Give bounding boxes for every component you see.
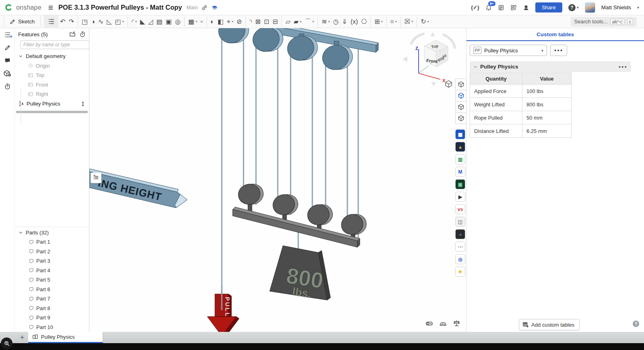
mate-connector-button[interactable]: ↻ ▾ [417,17,430,27]
ai-assistant-icon[interactable] [523,4,529,11]
bridging-curve-button[interactable]: ⌒ ▾ [303,17,316,27]
user-name[interactable]: Matt Shields [601,4,631,10]
panel-tab-display-states[interactable] [455,101,466,113]
shell-button[interactable]: ▣ [164,17,173,27]
main-viewport[interactable]: 800 lbs. PULL ING HEIGHT [89,28,466,332]
split-button[interactable]: ◧ [216,17,225,27]
redo-button[interactable]: ↷ [67,17,76,27]
boolean-button[interactable]: ◐ [206,17,216,27]
import-button[interactable]: ⇓ [340,17,349,27]
tables-button[interactable]: ☒ ▾ [400,17,415,27]
variables-button[interactable]: (x) [349,17,360,27]
chevron-down-icon[interactable] [473,64,478,69]
section-options-icon[interactable]: ●●● [619,65,627,69]
delete-face-button[interactable]: ⊠ [254,17,262,27]
app-icon-vs[interactable]: vs [455,204,465,214]
view-cube[interactable]: Top Front Right Z X Y [402,32,455,86]
panel-help-icon[interactable]: ? [633,321,639,327]
part-item[interactable]: Part 3 [15,256,89,266]
sweep-button[interactable]: ∿ [97,17,105,27]
extrude-button[interactable]: ◳ [78,17,89,27]
loft-button[interactable]: ◺ [105,17,113,27]
chamfer-button[interactable]: ◣ [138,17,147,27]
app-icon-chat[interactable]: ⋯ [455,242,465,252]
table-row[interactable]: Weight Lifted 800 lbs [470,98,571,111]
revolve-button[interactable]: ◑ [89,17,97,27]
chevron-down-icon[interactable] [18,230,23,235]
app-icon-map-pin[interactable]: ◎ [455,254,465,264]
stopwatch-icon[interactable] [79,31,86,37]
fillet-button[interactable]: ◜ ▾ [128,17,138,27]
new-folder-icon[interactable] [69,31,76,37]
share-button[interactable]: Share [535,2,562,12]
notifications-button[interactable]: 9+ [485,4,492,11]
part-item[interactable]: Part 1 [15,237,89,247]
frame-button[interactable]: ⎔ [359,17,368,27]
offset-surface-button[interactable]: ▱ [281,17,292,27]
app-icon-dark-green[interactable]: ▣ [455,179,465,189]
feature-pulley-physics[interactable]: Pulley Physics [15,99,89,109]
table-selector-dropdown[interactable]: PP Pulley Physics ▾ [470,45,547,56]
helix-button[interactable]: ≋ ▾ [318,17,331,27]
tab-manager-button[interactable] [1,338,12,349]
featurescript-icon[interactable]: {✓} [471,4,479,10]
learning-center-button[interactable] [0,67,14,80]
isometric-view-button[interactable] [444,80,453,88]
protractor-icon[interactable] [439,319,447,327]
chevron-down-icon[interactable] [18,54,23,59]
insert-feature-button[interactable]: + [0,28,14,41]
annotate-button[interactable] [0,41,14,54]
versions-button[interactable] [0,80,14,93]
table-row[interactable]: Applied Force 100 lbs [470,85,571,98]
rollback-bar[interactable] [16,111,88,113]
app-icon-mk[interactable]: M [455,167,465,177]
panel-tab-bom[interactable] [455,90,466,101]
app-icon-cad-cube[interactable]: ◫ [455,217,465,227]
app-icon-green-chart[interactable]: ▥ [455,154,465,164]
tree-item-front-plane[interactable]: Front [15,80,89,90]
rollback-handle-icon[interactable] [80,101,86,107]
draft-button[interactable]: ◿ [147,17,155,27]
undo-button[interactable]: ↶ [58,17,67,27]
app-icon-color-circle[interactable]: ◕ [455,229,465,239]
link-icon[interactable] [201,4,208,11]
user-chevron-down-icon[interactable]: ▾ [637,5,639,10]
modify-fillet-button[interactable]: ◝ [246,17,254,27]
sign-feature-list-button[interactable] [91,172,101,183]
tape-measure-icon[interactable] [425,319,433,327]
tree-item-origin[interactable]: Origin [15,61,89,71]
app-icon-video-play[interactable]: ▶ [455,192,465,202]
add-custom-tables-button[interactable]: Add custom tables [519,319,580,330]
part-item[interactable]: Part 6 [15,285,89,294]
tool-caret-icon[interactable]: ▾ [328,20,330,23]
tree-item-top-plane[interactable]: Top [15,70,89,80]
education-cap-icon[interactable] [211,4,218,11]
tree-group-default-geometry[interactable]: Default geometry [15,52,89,61]
comments-button[interactable] [0,54,14,67]
hamburger-menu-icon[interactable]: ≡ [48,3,53,12]
sketch-button[interactable]: Sketch [4,17,41,27]
tool-caret-icon[interactable]: ▾ [231,20,233,23]
panel-tab-configurations[interactable] [455,112,466,124]
tool-caret-icon[interactable]: ▾ [122,20,124,23]
search-tools-input[interactable]: Search tools... alt/⌥ c [571,17,637,27]
part-item[interactable]: Part 8 [15,304,89,313]
part-item[interactable]: Part 7 [15,294,89,304]
sheet-metal-button[interactable]: ⊞ ▾ [370,17,384,27]
scale-icon[interactable] [453,319,460,327]
parts-group-header[interactable]: Parts (32) [15,228,89,238]
part-item[interactable]: Part 5 [15,275,89,285]
tool-caret-icon[interactable]: ▾ [196,20,197,23]
apps-grid-icon[interactable] [510,4,517,11]
new-tab-button[interactable]: + [16,332,28,343]
measure-button[interactable]: ◷ [331,17,340,27]
move-face-button[interactable]: ⊡ [262,17,270,27]
branch-label[interactable]: Main [186,4,198,10]
part-item[interactable]: Part 9 [15,313,89,323]
tool-caret-icon[interactable]: ▾ [381,20,383,23]
tool-caret-icon[interactable]: ▾ [300,20,301,23]
boundary-surface-button[interactable]: ▰ ▾ [292,17,303,27]
app-icon-classroom[interactable]: ▲ [455,142,465,152]
tasks-icon[interactable] [498,4,504,11]
feature-list-toggle-button[interactable] [44,15,58,28]
